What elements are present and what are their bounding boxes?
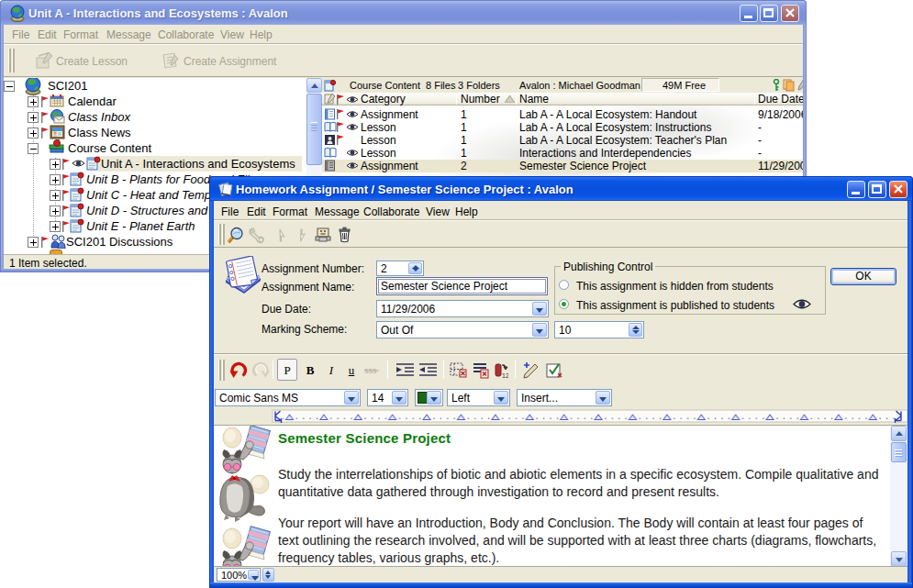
- svg-text:12: 12: [502, 372, 508, 379]
